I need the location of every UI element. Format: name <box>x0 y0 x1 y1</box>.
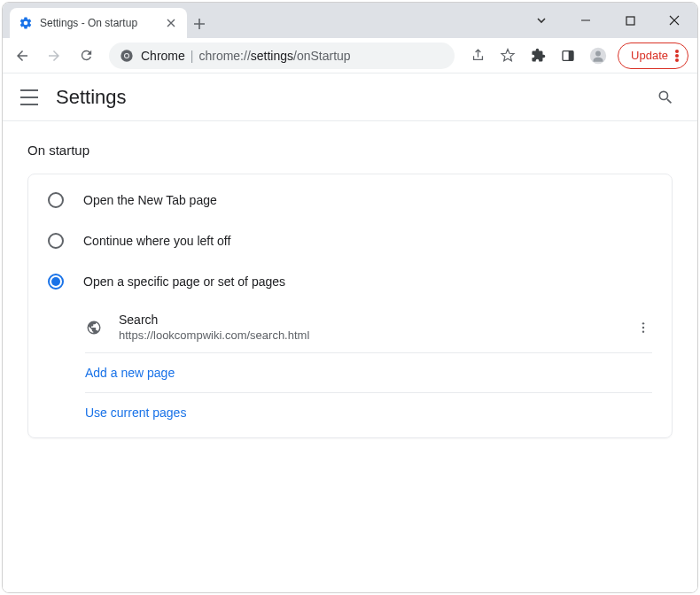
close-window-button[interactable] <box>655 5 694 35</box>
svg-rect-5 <box>569 50 573 60</box>
radio-label: Open the New Tab page <box>83 193 217 207</box>
startup-pages-list: Search https://lookcompwiki.com/search.h… <box>85 302 652 432</box>
radio-label: Continue where you left off <box>83 234 230 248</box>
radio-option-continue[interactable]: Continue where you left off <box>28 220 672 261</box>
window-controls <box>522 3 697 38</box>
update-button[interactable]: Update <box>618 42 688 69</box>
radio-icon <box>48 192 64 208</box>
extensions-icon[interactable] <box>524 42 552 70</box>
page-title: Settings <box>56 86 127 109</box>
new-tab-button[interactable] <box>187 10 212 38</box>
back-button[interactable] <box>8 42 36 70</box>
settings-body: On startup Open the New Tab page Continu… <box>3 121 697 460</box>
startup-page-item: Search https://lookcompwiki.com/search.h… <box>85 302 652 353</box>
chrome-icon <box>120 49 134 63</box>
tab-title: Settings - On startup <box>40 17 157 29</box>
titlebar: Settings - On startup <box>3 3 697 38</box>
radio-label: Open a specific page or set of pages <box>83 274 285 289</box>
update-label: Update <box>631 49 668 62</box>
svg-rect-0 <box>626 17 634 25</box>
browser-toolbar: Chrome|chrome://settings/onStartup Updat… <box>3 38 697 73</box>
reload-button[interactable] <box>72 42 100 70</box>
bookmark-icon[interactable] <box>494 42 522 70</box>
page-url: https://lookcompwiki.com/search.html <box>119 328 618 342</box>
more-icon[interactable] <box>634 319 652 336</box>
menu-icon[interactable] <box>20 89 38 105</box>
browser-window: Settings - On startup <box>2 2 698 593</box>
svg-point-7 <box>595 50 601 56</box>
maximize-button[interactable] <box>611 5 649 35</box>
minimize-button[interactable] <box>566 5 605 35</box>
profile-icon[interactable] <box>584 42 612 70</box>
toolbar-right: Update <box>463 42 692 70</box>
page-name: Search <box>119 313 618 327</box>
add-page-link[interactable]: Add a new page <box>85 353 652 393</box>
startup-card: Open the New Tab page Continue where you… <box>27 174 673 438</box>
svg-point-10 <box>642 330 644 332</box>
address-text: Chrome|chrome://settings/onStartup <box>141 49 444 63</box>
sidepanel-icon[interactable] <box>554 42 582 70</box>
radio-option-new-tab[interactable]: Open the New Tab page <box>28 180 672 220</box>
radio-option-specific[interactable]: Open a specific page or set of pages <box>28 261 672 302</box>
forward-button[interactable] <box>40 42 68 70</box>
browser-tab[interactable]: Settings - On startup <box>10 8 187 38</box>
page-info: Search https://lookcompwiki.com/search.h… <box>119 313 618 342</box>
section-title: On startup <box>27 143 673 158</box>
search-icon[interactable] <box>651 83 680 112</box>
close-icon[interactable] <box>164 16 178 30</box>
use-current-pages-link[interactable]: Use current pages <box>85 393 652 432</box>
radio-icon <box>48 274 64 290</box>
svg-point-3 <box>125 54 128 58</box>
radio-icon <box>48 233 64 249</box>
globe-icon <box>85 319 103 336</box>
svg-point-9 <box>642 326 644 328</box>
chevron-down-icon[interactable] <box>522 5 561 35</box>
more-icon <box>675 54 679 58</box>
settings-header: Settings <box>3 73 697 121</box>
share-icon[interactable] <box>463 42 492 70</box>
gear-icon <box>19 16 33 30</box>
page-content: Settings On startup Open the New Tab pag… <box>3 73 697 592</box>
address-bar[interactable]: Chrome|chrome://settings/onStartup <box>109 42 455 69</box>
svg-point-8 <box>642 322 644 324</box>
